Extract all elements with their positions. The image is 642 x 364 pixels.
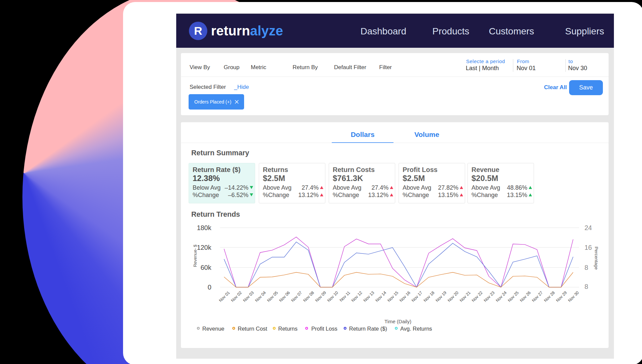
svg-text:180k: 180k — [197, 224, 212, 231]
svg-text:Nov 26: Nov 26 — [519, 290, 532, 303]
svg-text:8: 8 — [584, 283, 588, 290]
svg-text:Nov 07: Nov 07 — [290, 290, 303, 303]
svg-text:Nov 05: Nov 05 — [266, 290, 279, 303]
svg-text:Nov 18: Nov 18 — [423, 290, 435, 303]
svg-text:16: 16 — [584, 244, 592, 251]
svg-text:Nov 25: Nov 25 — [507, 290, 520, 303]
svg-text:Nov 23: Nov 23 — [483, 290, 496, 303]
svg-text:Nov 30: Nov 30 — [567, 290, 580, 303]
svg-text:Nov 15: Nov 15 — [387, 290, 399, 303]
svg-text:Nov 01: Nov 01 — [218, 290, 231, 303]
svg-text:Nov 28: Nov 28 — [543, 290, 556, 303]
svg-text:Nov 20: Nov 20 — [447, 290, 459, 303]
svg-text:Nov 24: Nov 24 — [495, 290, 508, 303]
svg-text:Nov 27: Nov 27 — [531, 290, 544, 303]
svg-text:Nov 21: Nov 21 — [459, 290, 471, 303]
svg-text:Nov 22: Nov 22 — [471, 290, 484, 303]
svg-text:Nov 19: Nov 19 — [435, 290, 447, 303]
svg-text:60k: 60k — [201, 264, 212, 271]
svg-text:Nov 04: Nov 04 — [254, 290, 267, 303]
svg-text:Nov 02: Nov 02 — [230, 290, 243, 303]
svg-text:Percentage: Percentage — [594, 246, 599, 269]
svg-text:Nov 03: Nov 03 — [242, 290, 255, 303]
svg-text:Nov 12: Nov 12 — [350, 290, 363, 303]
svg-text:Revenue- $: Revenue- $ — [193, 244, 198, 267]
svg-text:120k: 120k — [197, 244, 212, 251]
svg-text:Nov 09: Nov 09 — [314, 290, 327, 303]
svg-text:0: 0 — [208, 284, 211, 291]
svg-text:Nov 13: Nov 13 — [362, 290, 375, 303]
svg-text:Nov 11: Nov 11 — [339, 290, 351, 303]
svg-text:Nov 29: Nov 29 — [555, 290, 568, 303]
svg-text:8: 8 — [584, 264, 588, 271]
svg-text:Nov 16: Nov 16 — [399, 290, 411, 303]
svg-text:Nov 10: Nov 10 — [326, 290, 339, 303]
svg-text:Nov 08: Nov 08 — [302, 290, 315, 303]
svg-text:Nov 06: Nov 06 — [278, 290, 291, 303]
svg-text:Nov 17: Nov 17 — [411, 290, 423, 303]
svg-text:24: 24 — [584, 224, 592, 231]
svg-text:Nov 14: Nov 14 — [374, 290, 387, 303]
